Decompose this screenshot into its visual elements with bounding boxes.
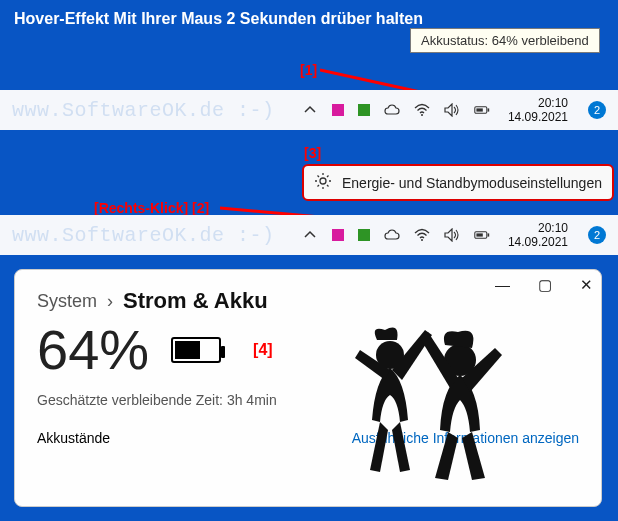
chevron-up-icon[interactable] xyxy=(302,102,318,118)
battery-tooltip: Akkustatus: 64% verbleibend xyxy=(410,28,600,53)
tray-app-icon-2[interactable] xyxy=(358,104,370,116)
cloud-icon[interactable] xyxy=(384,102,400,118)
battery-icon[interactable] xyxy=(474,102,490,118)
details-link[interactable]: Ausführliche Informationen anzeigen xyxy=(352,430,579,446)
chevron-up-icon[interactable] xyxy=(302,227,318,243)
estimate-value: 3h 4min xyxy=(227,392,277,408)
annotation-3: [3] xyxy=(304,145,321,161)
settings-panel: ― ▢ ✕ System › Strom & Akku 64% [4] Gesc… xyxy=(14,269,602,507)
chevron-right-icon: › xyxy=(107,291,113,312)
tray-app-icon-2[interactable] xyxy=(358,229,370,241)
tray-time-value: 20:10 xyxy=(508,96,568,110)
tray-clock[interactable]: 20:10 14.09.2021 xyxy=(508,96,568,125)
tray-time-value: 20:10 xyxy=(508,221,568,235)
power-settings-context-item[interactable]: Energie- und Standbymoduseinstellungen xyxy=(302,164,614,201)
tray-date-value: 14.09.2021 xyxy=(508,110,568,124)
wifi-icon[interactable] xyxy=(414,102,430,118)
minimize-button[interactable]: ― xyxy=(495,276,510,294)
gear-icon xyxy=(314,172,332,193)
tray-clock[interactable]: 20:10 14.09.2021 xyxy=(508,221,568,250)
notification-badge[interactable]: 2 xyxy=(588,101,606,119)
svg-rect-9 xyxy=(476,233,482,236)
annotation-1: [1] xyxy=(300,62,317,78)
close-button[interactable]: ✕ xyxy=(580,276,593,294)
volume-icon[interactable] xyxy=(444,102,460,118)
taskbar-2: www.SoftwareOK.de :-) 20:10 14.09.2021 2 xyxy=(0,215,618,255)
estimate-label: Geschätzte verbleibende Zeit: xyxy=(37,392,223,408)
annotation-rightclick: [Rechts-Klick] [2] xyxy=(94,200,209,216)
breadcrumb-root[interactable]: System xyxy=(37,291,97,312)
watermark-text-2: www.SoftwareOK.de :-) xyxy=(12,224,275,247)
battery-icon[interactable] xyxy=(474,227,490,243)
watermark-text: www.SoftwareOK.de :-) xyxy=(12,99,275,122)
svg-rect-4 xyxy=(488,108,490,111)
tray-app-icon-1[interactable] xyxy=(332,104,344,116)
tray-app-icon-1[interactable] xyxy=(332,229,344,241)
volume-icon[interactable] xyxy=(444,227,460,243)
svg-point-5 xyxy=(320,178,326,184)
svg-rect-10 xyxy=(488,233,490,236)
battery-large-icon xyxy=(171,337,221,363)
taskbar-1: www.SoftwareOK.de :-) 20:10 14.09.2021 2 xyxy=(0,90,618,130)
cloud-icon[interactable] xyxy=(384,227,400,243)
svg-point-7 xyxy=(421,239,423,241)
svg-rect-3 xyxy=(476,108,482,111)
annotation-4: [4] xyxy=(253,342,273,358)
context-menu-label: Energie- und Standbymoduseinstellungen xyxy=(342,175,602,191)
tray-date-value: 14.09.2021 xyxy=(508,235,568,249)
wifi-icon[interactable] xyxy=(414,227,430,243)
breadcrumb-current: Strom & Akku xyxy=(123,288,268,314)
battery-percentage: 64% xyxy=(37,322,149,378)
battery-levels-label: Akkustände xyxy=(37,430,110,446)
svg-point-1 xyxy=(421,114,423,116)
notification-badge[interactable]: 2 xyxy=(588,226,606,244)
maximize-button[interactable]: ▢ xyxy=(538,276,552,294)
